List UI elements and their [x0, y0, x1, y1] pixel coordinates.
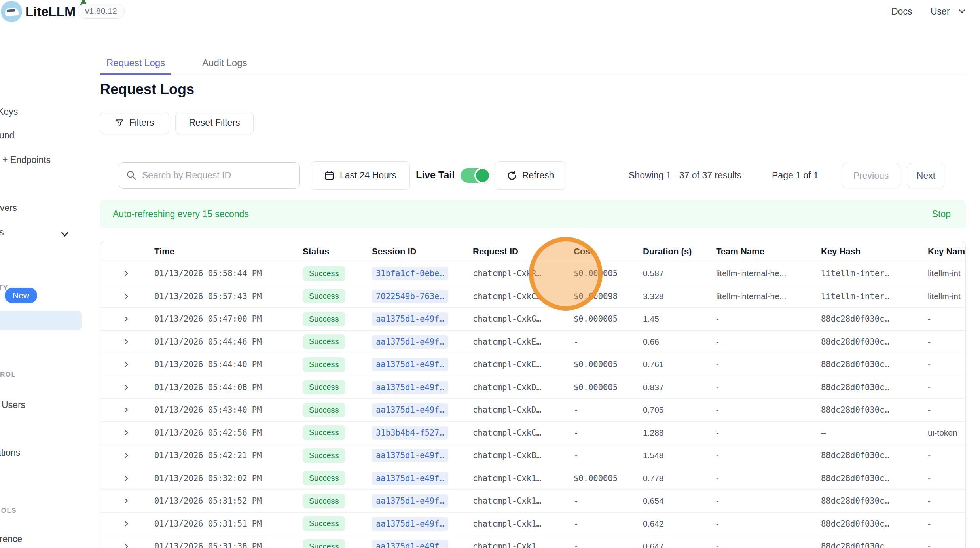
chevron-down-icon[interactable]: [959, 7, 965, 13]
cost-cell: $0.000005: [568, 383, 637, 392]
status-cell: Success: [297, 516, 366, 531]
sidebar-item-und[interactable]: und: [0, 130, 14, 141]
duration-cell: 0.778: [637, 474, 711, 483]
sidebar-item-ils[interactable]: ils: [0, 227, 4, 238]
sidebar-item-endpoints[interactable]: + Endpoints: [2, 155, 51, 165]
live-tail-toggle[interactable]: [461, 168, 490, 183]
status-cell: Success: [297, 539, 366, 548]
tab-audit-logs[interactable]: Audit Logs: [196, 52, 253, 75]
next-page-button[interactable]: Next: [908, 163, 944, 188]
expand-row-icon[interactable]: [121, 362, 128, 367]
expand-row-icon[interactable]: [121, 430, 128, 435]
status-cell: Success: [297, 289, 366, 303]
filters-button[interactable]: Filters: [100, 112, 169, 134]
user-menu[interactable]: User: [931, 0, 950, 23]
session-id-link[interactable]: aa1375d1-e49f…: [372, 472, 448, 485]
session-id-link[interactable]: aa1375d1-e49f…: [372, 335, 448, 349]
session-id-link[interactable]: aa1375d1-e49f…: [372, 403, 448, 417]
time-range-button[interactable]: Last 24 Hours: [311, 161, 410, 190]
session-id-link[interactable]: aa1375d1-e49f…: [372, 494, 448, 508]
table-row[interactable]: 01/13/2026 05:32:02 PMSuccessaa1375d1-e4…: [100, 467, 965, 490]
session-id-link[interactable]: 31bfa1cf-0ebe…: [372, 267, 448, 280]
session-id-cell: aa1375d1-e49f…: [366, 403, 467, 417]
session-id-cell: 31b3b4b4-f527…: [366, 426, 467, 440]
session-id-link[interactable]: aa1375d1-e49f…: [372, 381, 448, 394]
stop-auto-refresh-link[interactable]: Stop: [932, 209, 951, 220]
table-row[interactable]: 01/13/2026 05:31:52 PMSuccessaa1375d1-e4…: [100, 490, 965, 513]
previous-page-button[interactable]: Previous: [842, 163, 900, 188]
team-name-cell: -: [711, 405, 815, 415]
session-id-link[interactable]: aa1375d1-e49f…: [372, 312, 448, 326]
search-icon: [126, 170, 137, 181]
litellm-logo-icon: [1, 1, 22, 22]
sidebar-section-ools: OOLS: [0, 507, 17, 515]
table-row[interactable]: 01/13/2026 05:43:40 PMSuccessaa1375d1-e4…: [100, 399, 965, 422]
table-row[interactable]: 01/13/2026 05:44:08 PMSuccessaa1375d1-e4…: [100, 376, 965, 399]
status-cell: Success: [297, 471, 366, 485]
sidebar-collapse-chevron-icon[interactable]: [61, 229, 68, 236]
status-badge: Success: [303, 403, 345, 417]
docs-link[interactable]: Docs: [891, 0, 912, 23]
session-id-link[interactable]: aa1375d1-e49f…: [372, 358, 448, 371]
expand-row-icon[interactable]: [121, 544, 128, 548]
session-id-cell: aa1375d1-e49f…: [366, 358, 467, 371]
duration-cell: 3.328: [637, 292, 711, 301]
expand-row-icon[interactable]: [121, 271, 128, 276]
refresh-button[interactable]: Refresh: [495, 161, 566, 190]
time-cell: 01/13/2026 05:44:40 PM: [149, 360, 297, 369]
expand-row-icon[interactable]: [121, 521, 128, 526]
request-id-cell: chatcmpl-CxkD…: [467, 405, 568, 415]
expand-row-icon[interactable]: [121, 294, 128, 299]
key-hash-cell: 88dc28d0f030c…: [815, 474, 918, 483]
session-id-link[interactable]: 7022549b-763e…: [372, 290, 448, 303]
sidebar-item-ations[interactable]: ations: [0, 448, 20, 458]
table-row[interactable]: 01/13/2026 05:31:51 PMSuccessaa1375d1-e4…: [100, 513, 965, 536]
cost-cell: $0.000005: [568, 314, 637, 324]
expand-row-icon[interactable]: [121, 476, 128, 481]
table-row[interactable]: 01/13/2026 05:58:44 PMSuccess31bfa1cf-0e…: [100, 262, 965, 285]
refresh-icon: [507, 171, 517, 181]
status-badge: Success: [303, 334, 345, 349]
table-row[interactable]: 01/13/2026 05:42:21 PMSuccessaa1375d1-e4…: [100, 444, 965, 467]
session-id-cell: aa1375d1-e49f…: [366, 381, 467, 394]
expand-row-icon[interactable]: [121, 317, 128, 321]
status-cell: Success: [297, 494, 366, 508]
session-id-link[interactable]: 31b3b4b4-f527…: [372, 426, 448, 440]
table-row[interactable]: 01/13/2026 05:31:38 PMSuccessaa1375d1-e4…: [100, 535, 965, 548]
key-name-cell: ui-token: [918, 428, 965, 438]
table-row[interactable]: 01/13/2026 05:42:56 PMSuccess31b3b4b4-f5…: [100, 422, 965, 445]
tab-request-logs[interactable]: Request Logs: [100, 52, 171, 75]
duration-cell: 0.66: [637, 337, 711, 347]
table-row[interactable]: 01/13/2026 05:44:40 PMSuccessaa1375d1-e4…: [100, 353, 965, 376]
expand-row-icon[interactable]: [121, 339, 128, 344]
expand-row-icon[interactable]: [121, 385, 128, 390]
table-row[interactable]: 01/13/2026 05:44:46 PMSuccessaa1375d1-e4…: [100, 331, 965, 354]
table-body: 01/13/2026 05:58:44 PMSuccess31bfa1cf-0e…: [100, 262, 965, 548]
key-hash-cell: litellm-inter…: [815, 269, 918, 278]
reset-filters-button[interactable]: Reset Filters: [175, 112, 254, 134]
sidebar-item-users[interactable]: Users: [2, 400, 25, 410]
status-badge: Success: [303, 516, 345, 531]
status-badge: Success: [303, 448, 345, 463]
sidebar-selected-item[interactable]: [0, 311, 82, 330]
session-id-cell: aa1375d1-e49f…: [366, 335, 467, 349]
session-id-link[interactable]: aa1375d1-e49f…: [372, 517, 448, 531]
toggle-knob: [474, 167, 491, 184]
expand-row-icon[interactable]: [121, 453, 128, 458]
duration-cell: 0.761: [637, 360, 711, 369]
time-cell: 01/13/2026 05:32:02 PM: [149, 474, 297, 483]
session-id-link[interactable]: aa1375d1-e49f…: [372, 449, 448, 462]
cost-cell: $0.000005: [568, 474, 637, 483]
cost-cell: -: [568, 451, 637, 460]
sidebar-item-keys[interactable]: Keys: [0, 106, 18, 117]
sidebar-item-erence[interactable]: erence: [0, 534, 22, 544]
session-id-link[interactable]: aa1375d1-e49f…: [372, 540, 448, 548]
search-input[interactable]: [119, 162, 300, 189]
expand-row-icon[interactable]: [121, 408, 128, 412]
sidebar-item-servers[interactable]: rvers: [0, 203, 17, 213]
expand-row-icon[interactable]: [121, 499, 128, 503]
status-cell: Success: [297, 312, 366, 326]
table-row[interactable]: 01/13/2026 05:57:43 PMSuccess7022549b-76…: [100, 285, 965, 308]
auto-refresh-banner: Auto-refreshing every 15 seconds Stop: [100, 200, 966, 228]
table-row[interactable]: 01/13/2026 05:47:00 PMSuccessaa1375d1-e4…: [100, 308, 965, 331]
